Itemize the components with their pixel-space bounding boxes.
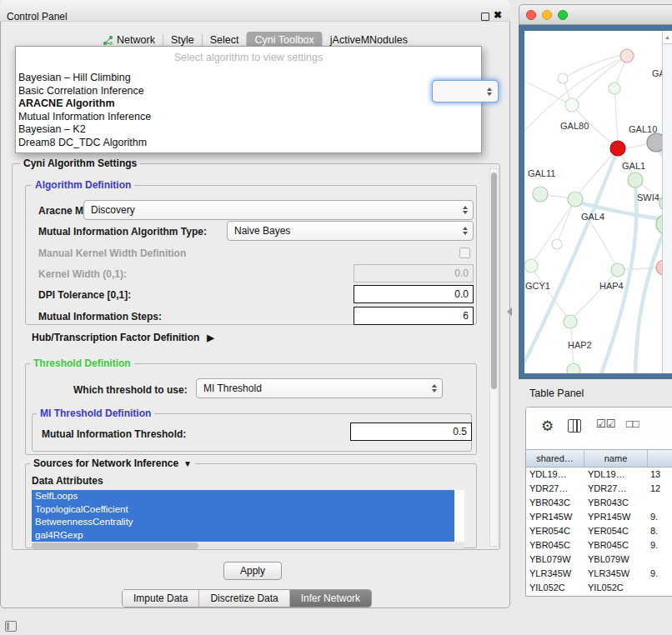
mi-type-value: Naive Bayes [234,225,290,237]
network-edges-highlighted [524,149,672,374]
float-window-icon[interactable] [481,12,489,21]
table-cell: 9. [648,538,672,552]
tab-discretize-data[interactable]: Discretize Data [198,590,288,607]
network-node[interactable] [628,172,643,188]
table-cell: YDR27… [526,482,584,496]
table-row[interactable]: YBL079WYBL079W [526,552,672,567]
network-node[interactable] [558,73,568,83]
data-attributes-label: Data Attributes [32,475,103,487]
data-attribute-item[interactable]: gal4RGexp [32,529,454,542]
table-row[interactable]: YPR145WYPR145W9. [526,510,672,524]
bottom-tab-bar: Impute Data Discretize Data Infer Networ… [122,589,372,608]
scrollbar-thumb[interactable] [32,542,198,549]
sources-group-title[interactable]: Sources for Network Inference▼ [30,458,195,469]
column-header-shared-name[interactable]: shared… [526,450,584,467]
node-label: GAL1 [622,161,645,171]
table-cell [648,552,672,567]
table-cell: YBL079W [526,552,584,567]
algorithm-option[interactable]: ARACNE Algorithm [16,98,481,111]
node-label: HAP2 [568,340,592,350]
tab-label: Cyni Toolbox [254,34,313,46]
table-row[interactable]: YDL19…YDL19…13 [526,468,672,482]
sources-title-text: Sources for Network Inference [33,458,178,469]
desktop: Control Panel ✖ Network Style Select Cyn… [0,0,672,635]
splitter-collapse-icon[interactable] [507,308,512,316]
data-attribute-item[interactable]: SelfLoops [32,490,454,503]
network-node[interactable] [565,98,579,112]
network-node[interactable] [610,141,625,156]
settings-vertical-scrollbar[interactable] [489,168,499,547]
close-traffic-light[interactable] [526,10,536,20]
which-threshold-combo[interactable]: MI Threshold [196,378,443,398]
network-tab-icon [103,35,113,46]
mi-type-label: Mutual Information Algorithm Type: [38,226,207,238]
dpi-tolerance-input[interactable] [354,285,474,303]
network-node[interactable] [609,82,620,94]
network-window-titlebar[interactable] [519,4,672,25]
mi-type-combo[interactable]: Naive Bayes [227,221,474,241]
algorithm-option[interactable]: Bayesian – K2 [16,123,481,137]
zoom-traffic-light[interactable] [558,10,568,20]
network-node[interactable] [620,49,634,62]
table-cell: YBR043C [526,496,584,510]
minimize-traffic-light[interactable] [542,10,552,20]
aracne-mode-combo[interactable]: Discovery [83,200,474,220]
network-node[interactable] [568,192,583,207]
table-cell [648,496,672,510]
select-all-checkboxes-icon[interactable]: ☑☑ [596,418,615,430]
table-row[interactable]: YDR27…YDR27…12 [526,482,672,496]
aracne-mode-value: Discovery [91,204,135,216]
mi-threshold-group-title: MI Threshold Definition [37,408,154,419]
network-node[interactable] [564,315,577,328]
network-vertical-scrollbar[interactable]: ▲ [662,31,672,373]
tab-label: Network [117,34,155,46]
data-attribute-item[interactable]: BetweennessCentrality [32,516,454,529]
network-graph[interactable]: GALGAL80GAL10GAL11GAL1SWI4GAL4GCY1HAP4YH… [524,31,672,374]
dpi-tolerance-label: DPI Tolerance [0,1]: [38,289,131,301]
manual-kernel-label: Manual Kernel Width Definition [38,248,186,259]
tab-impute-data[interactable]: Impute Data [123,590,198,607]
node-label: HAP4 [599,281,624,291]
table-row[interactable]: YIL052CYIL052C [526,581,672,595]
attributes-horizontal-scrollbar[interactable] [32,542,464,549]
apply-button[interactable]: Apply [223,562,282,580]
table-body: YDL19…YDL19…13YDR27…YDR27…12YBR043CYBR04… [526,468,672,596]
node-label: GAL11 [528,168,555,178]
network-node[interactable] [524,259,538,272]
table-row[interactable]: YBR045CYBR045C9. [526,538,672,552]
collapsed-arrow-icon: ▶ [207,332,213,342]
tab-infer-network[interactable]: Infer Network [289,590,371,607]
algorithm-option[interactable]: Dream8 DC_TDC Algorithm [16,137,481,150]
data-attribute-item[interactable]: TopologicalCoefficient [32,503,454,517]
column-header-name[interactable]: name [584,450,648,467]
table-row[interactable]: YER054CYER054C8. [526,524,672,538]
scrollbar-thumb[interactable] [491,172,497,389]
algorithm-definition-title: Algorithm Definition [32,179,134,191]
table-row[interactable]: YBR043CYBR043C [526,496,672,510]
gear-icon[interactable]: ⚙ [541,418,554,435]
deselect-all-checkboxes-icon[interactable]: □□ [626,418,639,430]
network-node[interactable] [533,187,548,202]
network-node[interactable] [552,239,562,249]
close-icon[interactable]: ✖ [494,9,502,21]
control-panel-titlebar[interactable] [0,0,510,22]
network-node[interactable] [611,263,624,277]
table-cell: YBR045C [526,538,584,552]
table-cell: YPR145W [584,510,648,524]
network-node[interactable] [567,363,580,374]
table-row[interactable]: YLR345WYLR345W9. [526,567,672,581]
mi-steps-input[interactable] [354,307,474,325]
node-label: GAL10 [629,124,657,134]
column-header-extra[interactable] [648,450,672,467]
algorithm-option[interactable]: Bayesian – Hill Climbing [16,72,481,85]
algorithm-selector-combo[interactable] [432,80,499,102]
columns-icon[interactable] [568,419,581,432]
table-cell: YLR345W [526,567,584,581]
hub-definition-expander[interactable]: Hub/Transcription Factor Definition▶ [32,332,214,343]
algorithm-option[interactable]: Basic Correlation Inference [16,85,481,98]
algorithm-option[interactable]: Mutual Information Inference [16,111,481,124]
panel-dock-icon[interactable] [5,621,17,632]
scroll-up-arrow[interactable]: ▲ [663,31,672,44]
mi-threshold-input[interactable] [350,422,472,441]
settings-group-title: Cyni Algorithm Settings [20,158,140,169]
